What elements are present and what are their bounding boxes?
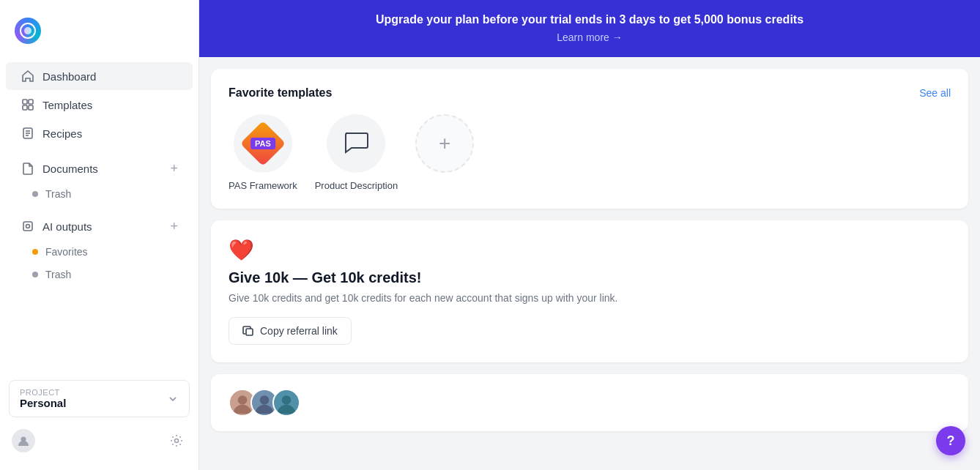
project-name: Personal xyxy=(20,397,66,409)
product-description-icon-wrapper xyxy=(327,114,385,173)
trash-dot xyxy=(32,191,38,197)
team-panel xyxy=(211,374,968,431)
favorite-templates-title: Favorite templates xyxy=(229,86,332,100)
svg-rect-10 xyxy=(23,222,32,231)
recipes-icon xyxy=(21,126,35,141)
sidebar-item-dashboard[interactable]: Dashboard xyxy=(6,62,193,90)
add-template-wrapper: + xyxy=(415,114,474,173)
sidebar-item-ai-trash[interactable]: Trash xyxy=(6,264,193,286)
templates-label: Templates xyxy=(42,99,92,111)
templates-grid: PAS PAS Framework Product Descript xyxy=(229,114,951,191)
svg-rect-14 xyxy=(246,329,253,335)
sidebar-item-documents-trash[interactable]: Trash xyxy=(6,183,193,205)
main-nav: Dashboard Templates Recipes xyxy=(0,61,198,148)
svg-rect-2 xyxy=(23,100,27,104)
user-avatar[interactable] xyxy=(12,429,35,452)
learn-more-link[interactable]: Learn more → xyxy=(557,31,622,43)
svg-point-11 xyxy=(26,225,30,228)
favorite-templates-panel: Favorite templates See all PAS PAS Frame… xyxy=(211,69,968,209)
banner-message: Upgrade your plan before your trial ends… xyxy=(217,13,962,26)
speech-bubble-icon xyxy=(340,127,372,160)
svg-point-20 xyxy=(282,395,292,405)
main-content: Upgrade your plan before your trial ends… xyxy=(199,0,980,470)
svg-rect-3 xyxy=(29,100,33,104)
svg-point-1 xyxy=(24,27,31,34)
ai-trash-dot xyxy=(32,272,38,277)
see-all-link[interactable]: See all xyxy=(919,87,951,99)
template-card-add-new[interactable]: + xyxy=(415,114,474,191)
pas-label: PAS xyxy=(250,138,275,149)
ai-outputs-add-icon[interactable]: + xyxy=(170,220,178,233)
template-card-pas[interactable]: PAS PAS Framework xyxy=(229,114,297,191)
logo-area xyxy=(0,12,198,56)
ai-trash-label: Trash xyxy=(45,269,71,280)
upgrade-banner: Upgrade your plan before your trial ends… xyxy=(199,0,980,57)
svg-point-16 xyxy=(238,395,248,405)
svg-point-18 xyxy=(260,395,270,405)
documents-add-icon[interactable]: + xyxy=(170,162,178,175)
copy-button-label: Copy referral link xyxy=(260,325,338,337)
pas-template-name: PAS Framework xyxy=(229,180,297,191)
pas-icon: PAS xyxy=(244,124,282,163)
ai-favorites-label: Favorites xyxy=(45,246,88,258)
template-card-product-description[interactable]: Product Description xyxy=(315,114,398,191)
heart-icon: ❤️ xyxy=(229,238,951,262)
svg-rect-4 xyxy=(23,105,27,110)
referral-panel: ❤️ Give 10k — Get 10k credits! Give 10k … xyxy=(211,220,968,362)
documents-trash-label: Trash xyxy=(45,188,71,200)
svg-point-13 xyxy=(175,439,179,443)
document-icon xyxy=(21,161,35,176)
documents-label: Documents xyxy=(42,163,98,175)
pas-icon-wrapper: PAS xyxy=(234,114,292,173)
referral-title: Give 10k — Get 10k credits! xyxy=(229,269,951,286)
svg-rect-5 xyxy=(29,105,33,110)
sidebar-item-templates[interactable]: Templates xyxy=(6,91,193,119)
help-label: ? xyxy=(947,433,955,449)
content-area: Favorite templates See all PAS PAS Frame… xyxy=(199,57,980,443)
settings-button[interactable] xyxy=(166,430,187,451)
documents-header[interactable]: Documents + xyxy=(6,154,193,182)
app-logo xyxy=(15,18,41,44)
project-label: PROJECT xyxy=(20,388,66,397)
team-avatar-3 xyxy=(272,389,300,417)
product-description-name: Product Description xyxy=(315,180,398,191)
help-button[interactable]: ? xyxy=(936,426,965,455)
panel-header: Favorite templates See all xyxy=(229,86,951,100)
project-selector[interactable]: PROJECT Personal xyxy=(9,380,190,417)
referral-description: Give 10k credits and get 10k credits for… xyxy=(229,292,951,304)
add-icon: + xyxy=(439,133,450,154)
ai-outputs-header[interactable]: AI outputs + xyxy=(6,212,193,240)
home-icon xyxy=(21,69,35,83)
sidebar-bottom xyxy=(0,423,198,458)
copy-referral-button[interactable]: Copy referral link xyxy=(229,317,352,345)
favorites-dot xyxy=(32,249,38,255)
ai-icon xyxy=(21,219,35,234)
recipes-label: Recipes xyxy=(42,127,82,140)
ai-outputs-label: AI outputs xyxy=(42,220,92,233)
documents-section: Documents + Trash xyxy=(0,154,198,206)
dashboard-label: Dashboard xyxy=(42,70,96,83)
grid-icon xyxy=(21,97,35,112)
sidebar-item-ai-favorites[interactable]: Favorites xyxy=(6,241,193,263)
ai-outputs-section: AI outputs + Favorites Trash xyxy=(0,212,198,286)
chevron-icon xyxy=(167,393,179,405)
sidebar-item-recipes[interactable]: Recipes xyxy=(6,119,193,147)
sidebar: Dashboard Templates Recipes xyxy=(0,0,199,470)
team-avatars xyxy=(229,389,951,417)
copy-icon xyxy=(242,325,254,337)
